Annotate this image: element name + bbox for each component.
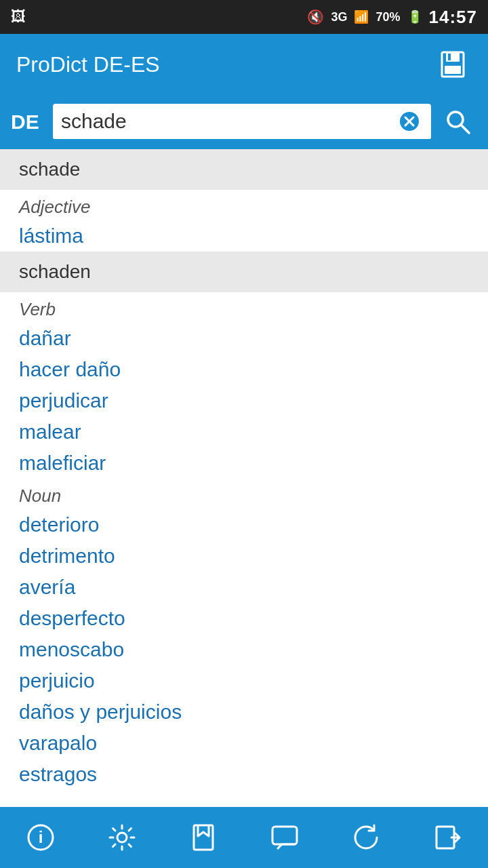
battery-icon: 🔋 xyxy=(407,9,422,24)
clock: 14:57 xyxy=(429,7,478,28)
translation-perjudicar[interactable]: perjudicar xyxy=(0,385,488,416)
status-bar: 🖼 🔇 3G 📶 70% 🔋 14:57 xyxy=(0,0,488,34)
svg-text:i: i xyxy=(39,828,43,846)
language-label: DE xyxy=(11,111,45,134)
bookmark-button[interactable] xyxy=(176,814,230,861)
save-button[interactable] xyxy=(434,45,472,83)
translation-deterioro[interactable]: deterioro xyxy=(0,509,488,540)
svg-rect-3 xyxy=(448,54,451,60)
network-label: 3G xyxy=(331,10,347,24)
word-header-schade[interactable]: schade xyxy=(0,149,488,190)
clear-button[interactable] xyxy=(396,108,423,135)
gallery-icon: 🖼 xyxy=(11,8,26,26)
app-title: ProDict DE-ES xyxy=(16,52,160,77)
translation-malear[interactable]: malear xyxy=(0,416,488,448)
search-input-wrapper[interactable] xyxy=(53,104,431,140)
translation-varapalo[interactable]: varapalo xyxy=(0,728,488,759)
translation-desperfecto[interactable]: desperfecto xyxy=(0,603,488,634)
translation-danar[interactable]: dañar xyxy=(0,323,488,354)
word-header-schaden[interactable]: schaden xyxy=(0,252,488,292)
bottom-nav: i xyxy=(0,807,488,868)
translation-detrimento[interactable]: detrimento xyxy=(0,540,488,572)
search-bar: DE xyxy=(0,95,488,149)
translation-danos-y-perjuicios[interactable]: daños y perjuicios xyxy=(0,696,488,728)
pos-verb: Verb xyxy=(0,292,488,323)
svg-rect-12 xyxy=(194,825,213,850)
svg-point-11 xyxy=(117,833,127,842)
translation-estragos[interactable]: estragos xyxy=(0,759,488,790)
chat-button[interactable] xyxy=(258,814,312,861)
translation-averia[interactable]: avería xyxy=(0,572,488,603)
info-button[interactable]: i xyxy=(14,814,68,861)
battery-label: 70% xyxy=(375,10,400,24)
translation-menoscabo[interactable]: menoscabo xyxy=(0,634,488,665)
search-button[interactable] xyxy=(439,103,477,141)
svg-line-8 xyxy=(461,125,469,133)
translation-hacer-dano[interactable]: hacer daño xyxy=(0,354,488,385)
mute-icon: 🔇 xyxy=(307,9,324,25)
search-input[interactable] xyxy=(61,110,396,133)
translation-lastima[interactable]: lástima xyxy=(0,220,488,252)
svg-rect-13 xyxy=(272,827,297,844)
refresh-button[interactable] xyxy=(339,814,393,861)
pos-adjective: Adjective xyxy=(0,190,488,220)
svg-rect-2 xyxy=(445,66,461,74)
results-container: schade Adjective lástima schaden Verb da… xyxy=(0,149,488,790)
signal-icon: 📶 xyxy=(354,9,369,24)
translation-perjuicio[interactable]: perjuicio xyxy=(0,665,488,696)
settings-button[interactable] xyxy=(95,814,149,861)
translation-maleficiar[interactable]: maleficiar xyxy=(0,448,488,479)
pos-noun: Noun xyxy=(0,479,488,509)
exit-button[interactable] xyxy=(420,814,474,861)
app-bar: ProDict DE-ES xyxy=(0,34,488,95)
